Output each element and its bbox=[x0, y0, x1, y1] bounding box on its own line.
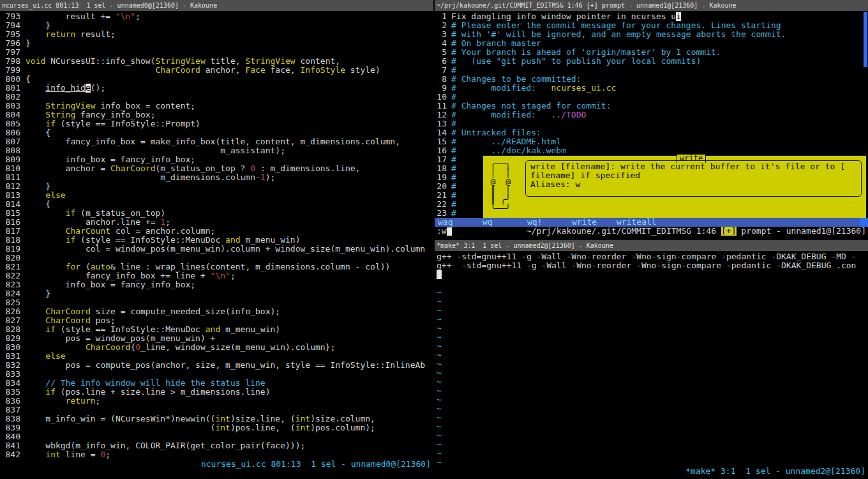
buffer-line[interactable]: ~ bbox=[437, 395, 868, 404]
left-buffer-view[interactable]: 793 result += "\n";794 }795 return resul… bbox=[0, 12, 433, 459]
commit-scrollbar[interactable] bbox=[864, 12, 867, 67]
buffer-line[interactable]: 799 CharCoord anchor, Face face, InfoSty… bbox=[5, 66, 433, 75]
buffer-line[interactable]: 838 m_info_win = (NCursesWin*)newwin((in… bbox=[5, 414, 433, 423]
buffer-line[interactable]: ~ bbox=[437, 377, 868, 386]
make-window-titlebar[interactable]: *make* 3:1 1 sel - unnamed2@[21360] - Ka… bbox=[435, 240, 868, 251]
buffer-line[interactable]: 836 return; bbox=[5, 397, 433, 406]
buffer-line[interactable]: 840 bbox=[5, 432, 433, 441]
buffer-line[interactable]: 14# Untracked files: bbox=[437, 128, 868, 137]
buffer-line[interactable]: ~ bbox=[437, 315, 868, 324]
buffer-line[interactable] bbox=[437, 270, 868, 279]
buffer-line[interactable]: 830 CharCoord{0_line, window_size(m_menu… bbox=[5, 343, 433, 352]
buffer-line[interactable]: 12# modified: ../TODO bbox=[437, 110, 868, 119]
buffer-line[interactable]: ~ bbox=[437, 297, 868, 306]
menu-item-write[interactable]: write bbox=[572, 218, 617, 227]
buffer-line[interactable]: 837 bbox=[5, 406, 433, 414]
buffer-line[interactable]: 812 } bbox=[5, 182, 433, 191]
buffer-line[interactable]: 819 col = window_pos(m_menu_win).column … bbox=[5, 245, 433, 254]
buffer-line[interactable]: 802 bbox=[5, 93, 433, 102]
buffer-line[interactable]: 805 if (style == InfoStyle::Prompt) bbox=[5, 119, 433, 128]
make-buffer-view[interactable]: g++ -std=gnu++11 -g -Wall -Wno-reorder -… bbox=[435, 252, 868, 467]
buffer-line[interactable]: 813 else bbox=[5, 191, 433, 200]
buffer-line[interactable]: 13# bbox=[437, 119, 868, 128]
buffer-line[interactable]: 797 bbox=[5, 48, 433, 57]
buffer-line[interactable]: 9# modified: ncurses_ui.cc bbox=[437, 84, 868, 93]
buffer-line[interactable]: 10# bbox=[437, 93, 868, 102]
buffer-line[interactable]: 835 if (pos.line + size.line > m_dimensi… bbox=[5, 388, 433, 397]
buffer-line[interactable]: 842 int line = 0; bbox=[5, 450, 433, 459]
buffer-line[interactable]: 816 anchor.line += 1; bbox=[5, 218, 433, 227]
left-window-titlebar[interactable]: ncurses_ui.cc 801:13 1 sel - unnamed0@[2… bbox=[0, 0, 433, 11]
buffer-line[interactable]: 804 String fancy_info_box; bbox=[5, 110, 433, 119]
buffer-line[interactable]: 827 CharCoord pos; bbox=[5, 316, 433, 325]
buffer-line[interactable]: ~ bbox=[437, 351, 868, 360]
buffer-line[interactable]: 806 { bbox=[5, 128, 433, 137]
buffer-line[interactable]: 818 if (style == InfoStyle::MenuDoc and … bbox=[5, 236, 433, 245]
buffer-line[interactable]: ~ bbox=[437, 386, 868, 395]
buffer-line[interactable]: ~ bbox=[437, 342, 868, 351]
buffer-line[interactable]: ~ bbox=[437, 404, 868, 413]
buffer-line[interactable]: 828 if (style == InfoStyle::MenuDoc and … bbox=[5, 325, 433, 334]
completion-menu[interactable]: waqwqwq!writewriteall bbox=[435, 218, 868, 227]
buffer-line[interactable]: ~ bbox=[437, 288, 868, 297]
buffer-line[interactable]: 807 fancy_info_box = make_info_box(title… bbox=[5, 137, 433, 146]
buffer-line[interactable]: 832 pos = compute_pos(anchor, size, m_me… bbox=[5, 361, 433, 370]
buffer-line[interactable]: 831 else bbox=[5, 352, 433, 361]
buffer-line[interactable]: ~ bbox=[437, 458, 868, 467]
buffer-line[interactable]: 815 if (m_status_on_top) bbox=[5, 209, 433, 218]
buffer-line[interactable]: 794 } bbox=[5, 21, 433, 30]
buffer-line[interactable]: 4# On branch master bbox=[437, 39, 868, 48]
command-prompt-input[interactable]: :w bbox=[437, 227, 447, 236]
buffer-line[interactable]: 803 StringView info_box = content; bbox=[5, 102, 433, 110]
buffer-line[interactable]: 822 fancy_info_box += line + "\n"; bbox=[5, 271, 433, 280]
buffer-line[interactable]: 2# Please enter the commit message for y… bbox=[437, 21, 868, 30]
buffer-line[interactable]: 793 result += "\n"; bbox=[5, 12, 433, 21]
buffer-line[interactable]: ~ bbox=[437, 422, 868, 431]
buffer-line[interactable]: 795 return result; bbox=[5, 30, 433, 39]
buffer-line[interactable]: 798void NCursesUI::info_show(StringView … bbox=[5, 57, 433, 66]
buffer-line[interactable]: 796} bbox=[5, 39, 433, 48]
menu-item-wq[interactable]: wq! bbox=[527, 218, 572, 227]
buffer-line[interactable]: 15# ../README.html bbox=[437, 137, 868, 146]
buffer-line[interactable]: 5# Your branch is ahead of 'origin/maste… bbox=[437, 48, 868, 57]
buffer-line[interactable]: ~ bbox=[437, 413, 868, 422]
buffer-line[interactable]: 834 // The info window will hide the sta… bbox=[5, 379, 433, 388]
buffer-line[interactable]: 1Fix dangling info window pointer in ncu… bbox=[437, 12, 868, 21]
buffer-line[interactable]: 821 for (auto& line : wrap_lines(content… bbox=[5, 262, 433, 271]
completion-menu-scroll-indicator[interactable] bbox=[860, 218, 868, 227]
buffer-line[interactable]: 16# ../doc/kak.webm bbox=[437, 146, 868, 155]
buffer-line[interactable]: 829 pos = window_pos(m_menu_win) + bbox=[5, 334, 433, 343]
buffer-line[interactable]: 839 (int)pos.line, (int)pos.column); bbox=[5, 423, 433, 432]
commit-window-titlebar[interactable]: ~/prj/kakoune/.git/COMMIT_EDITMSG 1:46 [… bbox=[435, 0, 868, 11]
buffer-line[interactable]: 833 bbox=[5, 370, 433, 379]
buffer-line[interactable]: 8# Changes to be committed: bbox=[437, 75, 868, 84]
buffer-line[interactable]: 824 } bbox=[5, 289, 433, 298]
buffer-line[interactable]: 3# with '#' will be ignored, and an empt… bbox=[437, 30, 868, 39]
buffer-line[interactable]: 826 CharCoord size = compute_needed_size… bbox=[5, 307, 433, 316]
buffer-line[interactable]: ~ bbox=[437, 306, 868, 315]
buffer-line[interactable]: 811 m_dimensions.column-1); bbox=[5, 173, 433, 182]
buffer-line[interactable]: 7# bbox=[437, 66, 868, 75]
buffer-line[interactable]: ~ bbox=[437, 431, 868, 440]
buffer-line[interactable]: g++ -std=gnu++11 -g -Wall -Wno-reorder -… bbox=[437, 252, 868, 261]
buffer-line[interactable]: 820 bbox=[5, 254, 433, 262]
buffer-line[interactable]: ~ bbox=[437, 333, 868, 342]
buffer-line[interactable]: 817 CharCount col = anchor.column; bbox=[5, 227, 433, 236]
buffer-line[interactable]: 823 info_box = fancy_info_box; bbox=[5, 280, 433, 289]
buffer-line[interactable]: 808 m_assistant); bbox=[5, 146, 433, 155]
buffer-line[interactable]: ~ bbox=[437, 440, 868, 449]
buffer-line[interactable]: 11# Changes not staged for commit: bbox=[437, 102, 868, 110]
menu-item-waq[interactable]: waq bbox=[438, 218, 483, 227]
buffer-line[interactable]: 814 { bbox=[5, 200, 433, 209]
buffer-line[interactable]: 809 info_box = fancy_info_box; bbox=[5, 155, 433, 164]
buffer-line[interactable]: ~ bbox=[437, 369, 868, 377]
buffer-line[interactable]: 800{ bbox=[5, 75, 433, 84]
menu-item-writeall[interactable]: writeall bbox=[617, 218, 661, 227]
buffer-line[interactable]: 825 bbox=[5, 298, 433, 307]
buffer-line[interactable]: ~ bbox=[437, 360, 868, 369]
buffer-line[interactable]: 801 info_hide(); bbox=[5, 84, 433, 93]
buffer-line[interactable] bbox=[437, 279, 868, 288]
buffer-line[interactable]: g++ -std=gnu++11 -g -Wall -Wno-reorder -… bbox=[437, 261, 868, 270]
buffer-line[interactable]: 6# (use "git push" to publish your local… bbox=[437, 57, 868, 66]
buffer-line[interactable]: 810 anchor = CharCoord(m_status_on_top ?… bbox=[5, 164, 433, 173]
